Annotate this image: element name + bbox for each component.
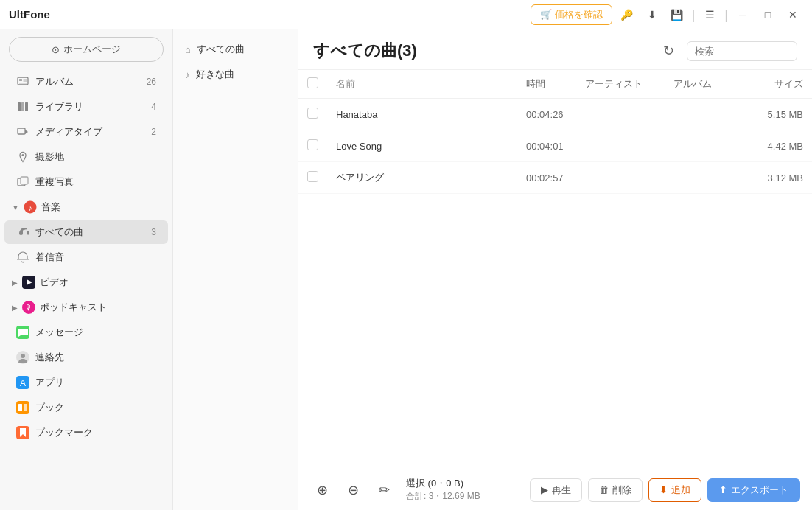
play-button[interactable]: ▶ 再生 [530,478,582,502]
edit-song-button[interactable]: ✏ [372,478,396,502]
row-album-1 [665,130,753,162]
svg-text:♪: ♪ [28,203,32,212]
sidebar-video-label: ビデオ [40,276,69,289]
add-button[interactable]: ⬇ 追加 [648,478,701,502]
content-header: すべての曲(3) ↻ [298,29,812,70]
sidebar-section-video[interactable]: ▶ ビデオ [4,271,168,293]
sidebar-section-music[interactable]: ▼ ♪ 音楽 [4,196,168,218]
library-icon [16,100,29,113]
price-button[interactable]: 🛒 価格を確認 [531,4,612,25]
titlebar-controls: 🛒 価格を確認 🔑 ⬇ 💾 | ☰ | ─ □ ✕ [531,4,803,25]
row-time-0: 00:04:26 [517,99,576,130]
bookmarks-icon [16,426,29,439]
sidebar-item-album-count: 26 [147,77,156,87]
delete-icon: 🗑 [599,484,609,495]
main-layout: ⊙ ホームページ アルバム 26 ライブラリ 4 メディアタイプ [0,29,812,510]
sidebar-item-allsongs[interactable]: すべての曲 3 [4,220,168,244]
sidebar-item-books[interactable]: ブック [4,396,168,419]
maximize-button[interactable]: □ [757,4,778,25]
sidebar-item-ringtone[interactable]: 着信音 [4,245,168,269]
sidebar-item-album[interactable]: アルバム 26 [4,70,168,94]
svg-marker-9 [25,130,28,134]
search-input[interactable] [687,41,797,61]
row-time-2: 00:02:57 [517,162,576,194]
refresh-button[interactable]: ↻ [657,40,679,62]
download-icon: ⬇ [659,484,668,495]
col-header-check [298,70,327,99]
sidebar-allsongs-label: すべての曲 [35,226,83,239]
remove-song-button[interactable]: ⊖ [341,478,365,502]
page-title: すべての曲(3) [313,40,417,62]
sidebar-messages-label: メッセージ [35,326,83,339]
row-checkbox-0[interactable] [307,108,318,119]
table-row: ペアリング 00:02:57 3.12 MB [298,162,812,194]
sidebar-item-duplicates[interactable]: 重複写真 [4,170,168,194]
svg-rect-7 [25,102,28,111]
key-icon-button[interactable]: 🔑 [617,4,637,25]
home2-icon: ⌂ [185,44,191,55]
second-panel-allsongs-label: すべての曲 [197,43,245,56]
row-checkbox-1[interactable] [307,139,318,150]
home-button[interactable]: ⊙ ホームページ [9,37,164,62]
sidebar-allsongs-count: 3 [151,227,156,237]
svg-point-21 [21,354,25,358]
row-size-0: 5.15 MB [753,99,812,130]
sidebar-item-album-label: アルバム [35,75,74,88]
books-icon [16,401,29,414]
close-button[interactable]: ✕ [783,4,803,25]
row-size-2: 3.12 MB [753,162,812,194]
duplicates-icon [16,175,29,189]
delete-button[interactable]: 🗑 削除 [588,478,643,502]
apps-icon: A [16,376,29,389]
play-icon: ▶ [541,484,548,495]
row-size-1: 4.42 MB [753,130,812,162]
export-icon: ⬆ [719,484,727,495]
svg-text:A: A [20,378,26,388]
cart-icon: 🛒 [540,9,552,20]
note-icon: ♪ [185,69,190,80]
mediatype-icon [16,125,29,139]
sidebar-podcast-label: ポッドキャスト [40,301,107,314]
export-button[interactable]: ⬆ エクスポート [707,478,800,502]
table-row: Love Song 00:04:01 4.42 MB [298,130,812,162]
save-icon-button[interactable]: 💾 [667,4,687,25]
titlebar: UltFone 🛒 価格を確認 🔑 ⬇ 💾 | ☰ | ─ □ ✕ [0,0,812,29]
sidebar-item-location[interactable]: 撮影地 [4,145,168,169]
footer-info: 選択 (0・0 B) 合計: 3・12.69 MB [406,477,522,503]
add-song-button[interactable]: ⊕ [310,478,334,502]
select-all-checkbox[interactable] [307,77,318,88]
sidebar: ⊙ ホームページ アルバム 26 ライブラリ 4 メディアタイプ [0,29,173,510]
separator2: | [724,8,728,21]
sidebar-item-library[interactable]: ライブラリ 4 [4,95,168,119]
svg-rect-26 [24,404,27,411]
sidebar-item-duplicates-label: 重複写真 [35,175,74,189]
menu-icon-button[interactable]: ☰ [699,4,720,25]
sidebar-item-apps[interactable]: A アプリ [4,371,168,394]
row-time-1: 00:04:01 [517,130,576,162]
titlebar-left: UltFone [9,8,50,21]
second-panel-item-allsongs[interactable]: ⌂ すべての曲 [173,37,298,62]
row-artist-2 [576,162,665,194]
minimize-button[interactable]: ─ [732,4,753,25]
row-checkbox-2[interactable] [307,171,318,182]
svg-rect-25 [18,404,22,411]
download-icon-button[interactable]: ⬇ [642,4,662,25]
ringtone-icon [16,251,29,264]
row-artist-1 [576,130,665,162]
sidebar-item-library-label: ライブラリ [35,100,83,113]
row-check-1 [298,130,327,162]
sidebar-item-mediatype[interactable]: メディアタイプ 2 [4,120,168,144]
sidebar-item-messages[interactable]: メッセージ [4,321,168,344]
sidebar-section-podcast[interactable]: ▶ 🎙 ポッドキャスト [4,296,168,318]
video-icon [22,276,35,289]
second-panel-item-favorites[interactable]: ♪ 好きな曲 [173,62,298,87]
sidebar-item-bookmarks[interactable]: ブックマーク [4,421,168,444]
sidebar-ringtone-label: 着信音 [35,251,64,264]
svg-point-10 [22,154,24,156]
podcast-expand-icon: ▶ [12,304,18,312]
svg-rect-24 [16,401,29,414]
content-area: すべての曲(3) ↻ 名前 時間 [298,29,812,510]
music-icon: ♪ [24,200,37,214]
sidebar-item-contacts[interactable]: 連絡先 [4,346,168,369]
messages-icon [16,326,29,339]
